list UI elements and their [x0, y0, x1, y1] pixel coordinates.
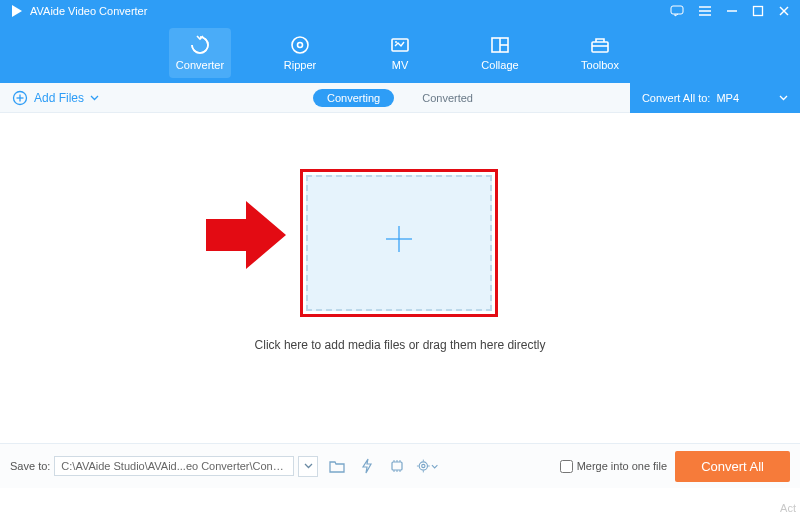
dropzone-highlight [300, 169, 498, 317]
nav-label: MV [392, 59, 409, 71]
titlebar: AVAide Video Converter [0, 0, 800, 22]
main-area: Click here to add media files or drag th… [0, 113, 800, 443]
convert-all-button[interactable]: Convert All [675, 451, 790, 482]
ripper-icon [289, 34, 311, 56]
svg-rect-5 [754, 7, 763, 16]
collage-icon [489, 34, 511, 56]
lightning-button[interactable] [356, 456, 378, 477]
nav-converter[interactable]: Converter [169, 28, 231, 78]
tab-converting[interactable]: Converting [313, 89, 394, 107]
add-media-dropzone[interactable] [306, 175, 492, 311]
chevron-down-icon [304, 463, 313, 469]
open-folder-button[interactable] [326, 456, 348, 477]
chevron-down-icon [431, 464, 438, 469]
maximize-button[interactable] [752, 5, 764, 17]
svg-point-9 [298, 43, 303, 48]
nav-label: Ripper [284, 59, 316, 71]
app-title: AVAide Video Converter [30, 5, 147, 17]
add-files-button[interactable]: Add Files [12, 90, 99, 106]
feedback-icon[interactable] [670, 5, 684, 17]
close-button[interactable] [778, 5, 790, 17]
merge-label: Merge into one file [577, 460, 668, 472]
mv-icon [389, 34, 411, 56]
plus-circle-icon [12, 90, 28, 106]
toolbox-icon [589, 34, 611, 56]
watermark-text: Act [780, 502, 796, 514]
merge-checkbox-row[interactable]: Merge into one file [560, 460, 668, 473]
nav-ripper[interactable]: Ripper [269, 28, 331, 78]
nav-label: Collage [481, 59, 518, 71]
subbar: Add Files Converting Converted Convert A… [0, 83, 800, 113]
menu-icon[interactable] [698, 5, 712, 17]
dropzone-hint: Click here to add media files or drag th… [0, 338, 800, 352]
svg-point-29 [420, 462, 428, 470]
merge-checkbox[interactable] [560, 460, 573, 473]
bottom-bar: Save to: C:\AVAide Studio\AVAid...eo Con… [0, 443, 800, 488]
nav-collage[interactable]: Collage [469, 28, 531, 78]
arrow-annotation-icon [206, 201, 286, 273]
tab-converted[interactable]: Converted [408, 89, 487, 107]
convert-all-label: Convert All to: [642, 92, 710, 104]
settings-button[interactable] [416, 456, 438, 477]
nav-mv[interactable]: MV [369, 28, 431, 78]
svg-rect-0 [671, 6, 683, 14]
svg-rect-15 [592, 42, 608, 52]
gpu-button[interactable] [386, 456, 408, 477]
chevron-down-icon [90, 95, 99, 101]
main-nav: Converter Ripper MV Collage Toolbox [0, 22, 800, 83]
add-files-label: Add Files [34, 91, 84, 105]
save-to-dropdown[interactable] [298, 456, 318, 477]
convert-all-to-selector[interactable]: Convert All to: MP4 [630, 83, 800, 113]
save-to-label: Save to: [10, 460, 50, 472]
nav-label: Converter [176, 59, 224, 71]
nav-toolbox[interactable]: Toolbox [569, 28, 631, 78]
svg-point-8 [292, 37, 308, 53]
converter-icon [189, 34, 211, 56]
svg-point-11 [395, 41, 397, 43]
plus-icon [380, 220, 418, 267]
convert-all-value: MP4 [716, 92, 739, 104]
chevron-down-icon [779, 95, 788, 101]
nav-label: Toolbox [581, 59, 619, 71]
app-logo-icon [10, 4, 24, 18]
svg-rect-22 [392, 462, 402, 470]
svg-point-30 [422, 464, 425, 467]
minimize-button[interactable] [726, 5, 738, 17]
save-to-path[interactable]: C:\AVAide Studio\AVAid...eo Converter\Co… [54, 456, 294, 476]
